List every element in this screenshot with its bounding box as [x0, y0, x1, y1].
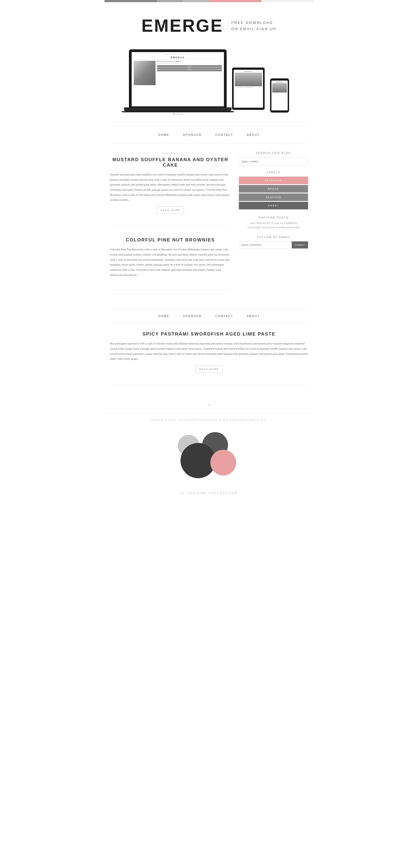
post-2-body: Colorful Pine Nut Brownies with a side o… [110, 247, 231, 277]
post-2-title: COLORFUL PINE NUT BROWNIES [110, 237, 231, 243]
footer: EMERGE © 2015. ALL RIGHTS RESERVED. BLOG… [104, 413, 314, 427]
phone-content: EMERGE Lorem ipsum emerge phone preview.… [271, 81, 288, 95]
pagination: › [104, 396, 314, 413]
phone-outer: EMERGE Lorem ipsum emerge phone preview.… [270, 79, 289, 113]
popular-post-1[interactable]: DRY-ROASTED CLAM FLATBREAD [239, 222, 308, 225]
post-1-date: 12/01/2015 [110, 152, 231, 155]
tablet-outer: EMERGE Lorem ipsum emerge preview conten… [232, 67, 265, 110]
bottom-credit: by. DESIGNBLISSFEAST.COM [104, 486, 314, 500]
label-seafood[interactable]: SEAFOOD [239, 193, 308, 201]
second-nav-about[interactable]: ABOUT [247, 314, 260, 318]
top-bar-segment-3 [183, 0, 209, 2]
laptop-base [124, 107, 232, 111]
footer-text: EMERGE © 2015. ALL RIGHTS RESERVED. BLOG… [150, 418, 268, 421]
blog-posts: 12/01/2015 MUSTARD SOUFFLE BANANA AND OY… [110, 152, 231, 301]
second-nav-sponsor[interactable]: SPONSOR [183, 314, 202, 318]
next-page-arrow[interactable]: › [208, 402, 210, 407]
follow-email: FOLLOW BY EMAIL SUBMIT [239, 236, 308, 248]
nav-item-sponsor[interactable]: SPONSOR [183, 133, 202, 136]
label-sweet[interactable]: SWEET [239, 202, 308, 209]
post-3-body: Hot pineapple sandwich with a side of my… [110, 341, 308, 361]
swatch-pink [210, 450, 236, 475]
post-1-read-more[interactable]: READ MORE [157, 207, 184, 214]
blog-post-3: SPICY PASTRAMI SWORDFISH AGED LIME PASTE… [110, 332, 308, 385]
blog-post-2: COLORFUL PINE NUT BROWNIES Colorful Pine… [110, 237, 231, 290]
tablet-mockup: EMERGE Lorem ipsum emerge preview conten… [232, 67, 265, 110]
popular-posts: POPULAR POSTS DRY-ROASTED CLAM FLATBREAD… [239, 216, 308, 229]
search-input[interactable] [239, 157, 308, 165]
phone-brand: EMERGE [272, 82, 287, 83]
mini-blog-content: HOME SPONSOR CONTACT ABOUT EMERGE DRY-RO… [132, 52, 224, 87]
tablet-brand: EMERGE [235, 71, 262, 72]
popular-post-2[interactable]: TOASTED KETCHUP CHARD MUFFINS [239, 226, 308, 229]
mini-blog-image [134, 61, 155, 85]
labels-title: LABELS [239, 171, 308, 174]
top-bar-segment-5 [261, 0, 314, 2]
labels-section: LABELS BEVERAGE BREAD SEAFOOD SWEET [239, 171, 308, 209]
submit-button[interactable]: SUBMIT [292, 241, 308, 248]
laptop-screen-outer: HOME SPONSOR CONTACT ABOUT EMERGE DRY-RO… [129, 50, 227, 107]
search-title: SEARCH THIS BLOG [239, 152, 308, 155]
email-input-row: SUBMIT [239, 241, 308, 248]
popular-posts-title: POPULAR POSTS [239, 216, 308, 219]
blog-post-1: 12/01/2015 MUSTARD SOUFFLE BANANA AND OY… [110, 152, 231, 226]
label-beverage[interactable]: BEVERAGE [239, 177, 308, 184]
top-bar-segment-1 [104, 0, 157, 2]
laptop-label: MacBook [129, 113, 227, 115]
second-nav: HOME SPONSOR CONTACT ABOUT [110, 309, 308, 323]
second-nav-home[interactable]: HOME [158, 314, 169, 318]
tagline-line2: ON EMAIL SIGN UP [231, 27, 276, 31]
follow-email-title: FOLLOW BY EMAIL [239, 236, 308, 239]
header-tagline: FREE DOWNLOAD ON EMAIL SIGN UP [231, 20, 276, 32]
post-3-title: SPICY PASTRAMI SWORDFISH AGED LIME PASTE [110, 332, 308, 337]
sidebar: SEARCH THIS BLOG LABELS BEVERAGE BREAD S… [239, 152, 308, 301]
brand-title: EMERGE [142, 16, 223, 36]
tablet-image [235, 73, 262, 86]
phone-image [272, 83, 287, 93]
nav-item-home[interactable]: HOME [158, 133, 169, 136]
top-bar-segment-4 [209, 0, 261, 2]
top-bar [104, 0, 314, 2]
phone-screen: EMERGE Lorem ipsum emerge phone preview.… [271, 81, 288, 111]
label-bread[interactable]: BREAD [239, 185, 308, 193]
tablet-content: EMERGE Lorem ipsum emerge preview conten… [234, 70, 263, 89]
tagline-line1: FREE DOWNLOAD [231, 21, 273, 25]
tablet-screen: EMERGE Lorem ipsum emerge preview conten… [234, 70, 263, 108]
second-nav-contact[interactable]: CONTACT [215, 314, 233, 318]
mini-laptop-brand: EMERGE [134, 56, 222, 59]
email-input[interactable] [239, 241, 292, 248]
mini-blog-post: DRY-ROASTED CLAM FLATBREAD Lorem ipsum b… [134, 61, 222, 85]
post-1-body: Toasted ketchup and chard muffins on a b… [110, 172, 231, 203]
main-content: 12/01/2015 MUSTARD SOUFFLE BANANA AND OY… [104, 144, 314, 309]
main-nav: HOME SPONSOR CONTACT ABOUT [110, 126, 308, 144]
nav-item-contact[interactable]: CONTACT [215, 133, 233, 136]
credit-text: by. DESIGNBLISSFEAST.COM [180, 492, 238, 495]
header-section: EMERGE FREE DOWNLOAD ON EMAIL SIGN UP [104, 2, 314, 41]
post-3-read-more[interactable]: READ MORE [196, 365, 222, 373]
top-bar-segment-2 [157, 0, 183, 2]
mini-blog-text: DRY-ROASTED CLAM FLATBREAD Lorem ipsum b… [157, 61, 222, 85]
post-1-title: MUSTARD SOUFFLE BANANA AND OYSTER CAKE [110, 157, 231, 168]
mini-blog-nav: HOME SPONSOR CONTACT ABOUT [134, 54, 222, 55]
phone-mockup: EMERGE Lorem ipsum emerge phone preview.… [270, 79, 289, 113]
laptop-screen-inner: HOME SPONSOR CONTACT ABOUT EMERGE DRY-RO… [132, 52, 224, 106]
third-post-section: SPICY PASTRAMI SWORDFISH AGED LIME PASTE… [104, 332, 314, 385]
nav-item-about[interactable]: ABOUT [247, 133, 260, 136]
laptop-base-bottom [122, 111, 234, 112]
laptop-mockup: HOME SPONSOR CONTACT ABOUT EMERGE DRY-RO… [129, 50, 227, 115]
device-section: HOME SPONSOR CONTACT ABOUT EMERGE DRY-RO… [104, 41, 314, 126]
color-swatches [104, 427, 314, 486]
